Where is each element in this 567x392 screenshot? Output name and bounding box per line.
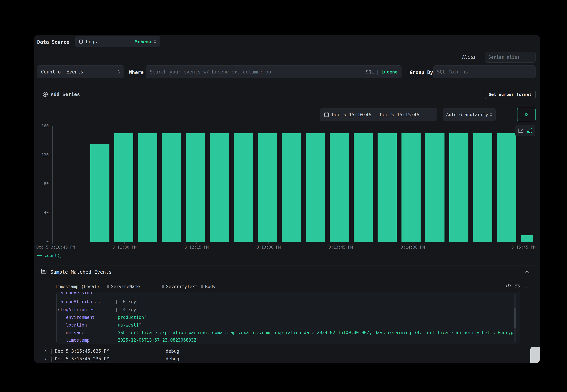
chart-bar bbox=[330, 133, 349, 242]
expand-chevron-icon[interactable]: › bbox=[44, 355, 47, 362]
x-tick bbox=[268, 242, 269, 244]
x-axis-label: Dec 5 3:10:45 PM bbox=[36, 245, 75, 250]
granularity-select[interactable]: Auto Granularity bbox=[443, 108, 496, 121]
quote-mark: " bbox=[115, 292, 118, 295]
x-axis-label: 3:12:15 PM bbox=[163, 245, 230, 250]
wrap-text-icon[interactable] bbox=[514, 283, 520, 288]
detail-string-value: production bbox=[118, 315, 144, 320]
chart-bar bbox=[210, 133, 229, 242]
detail-row[interactable]: ScopeAttributes{} 0 keys bbox=[56, 299, 520, 306]
collapse-section-chevron-up-icon[interactable] bbox=[525, 270, 529, 273]
data-source-select[interactable]: Logs Schema bbox=[75, 36, 160, 47]
legend-label: count() bbox=[44, 253, 62, 258]
events-section-title: Sample Matched Events bbox=[50, 269, 112, 275]
x-axis-label: 3:13:00 PM bbox=[235, 245, 302, 250]
event-row[interactable]: ›Dec 5 3:15:45.635 PMdebug bbox=[34, 348, 540, 355]
detail-row[interactable]: timestamp"2025-12-05T13:57:23.082306893Z… bbox=[56, 338, 520, 343]
chart-bar bbox=[114, 133, 133, 242]
x-tick bbox=[52, 242, 53, 244]
x-tick bbox=[341, 242, 341, 244]
event-timestamp: Dec 5 3:15:45.635 PM bbox=[55, 349, 109, 354]
search-input[interactable] bbox=[150, 69, 366, 75]
aggregation-select[interactable]: Count of Events bbox=[37, 65, 124, 78]
event-row[interactable]: ›Dec 5 3:15:45.235 PMdebug bbox=[34, 355, 540, 363]
detail-key: environment bbox=[66, 315, 95, 320]
group-by-label: Group By bbox=[410, 70, 433, 75]
add-series-button[interactable]: Add Series bbox=[43, 92, 80, 97]
detail-key: LogAttributes bbox=[61, 307, 95, 312]
column-header-label: ServiceName bbox=[111, 284, 140, 289]
quote-mark: " bbox=[115, 338, 118, 343]
y-axis-label: 40 bbox=[34, 210, 49, 215]
chart-legend: count() bbox=[37, 253, 62, 258]
calendar-icon bbox=[324, 112, 329, 117]
alias-input-box bbox=[485, 52, 536, 63]
detail-row[interactable]: environment"production" bbox=[56, 315, 520, 322]
granularity-value: Auto Granularity bbox=[446, 112, 488, 117]
alias-input[interactable] bbox=[488, 55, 532, 60]
column-header-body[interactable]: ⠿Body bbox=[201, 284, 216, 289]
detail-value: "production" bbox=[115, 315, 513, 320]
x-axis-line bbox=[52, 242, 536, 242]
x-axis-label: 3:14:30 PM bbox=[379, 245, 446, 250]
quote-mark: " bbox=[144, 315, 147, 320]
chart-type-toggle bbox=[515, 125, 535, 136]
where-label: Where bbox=[129, 70, 144, 75]
set-number-format-button[interactable]: Set number format bbox=[485, 90, 536, 99]
quote-mark: " bbox=[115, 330, 118, 335]
detail-value: "SSL certificate expiration warning, dom… bbox=[115, 330, 513, 335]
y-tick bbox=[50, 213, 52, 213]
x-tick bbox=[124, 242, 125, 244]
date-range-value: Dec 5 15:10:46 - Dec 5 15:15:46 bbox=[332, 112, 419, 117]
chart-bar bbox=[162, 133, 181, 242]
group-by-box bbox=[433, 65, 536, 78]
scroll-indicator[interactable] bbox=[530, 347, 540, 363]
bar-chart-icon[interactable] bbox=[527, 128, 532, 133]
run-query-button[interactable] bbox=[517, 108, 536, 121]
detail-row[interactable]: message"SSL certificate expiration warni… bbox=[56, 330, 520, 337]
caret-down-icon[interactable]: ▾ bbox=[57, 308, 59, 312]
y-axis-label: 120 bbox=[34, 153, 49, 157]
chart-bar bbox=[186, 133, 205, 242]
y-tick bbox=[50, 184, 52, 184]
quote-mark: " bbox=[115, 315, 118, 320]
drag-handle-icon[interactable]: ⠿ bbox=[201, 284, 203, 289]
event-severity: debug bbox=[166, 349, 179, 354]
download-icon[interactable] bbox=[523, 283, 529, 289]
column-header-timestamp-local-[interactable]: Timestamp (Local) bbox=[55, 284, 99, 289]
detail-value: "us-west1" bbox=[115, 322, 513, 328]
braces-icon: {} bbox=[115, 299, 120, 304]
schema-link[interactable]: Schema bbox=[135, 39, 151, 44]
lucene-mode-toggle[interactable]: Lucene bbox=[381, 69, 398, 74]
group-by-input[interactable] bbox=[437, 69, 532, 75]
detail-row[interactable]: ScopeVersion"" bbox=[56, 292, 520, 297]
detail-badge: 0 keys bbox=[120, 299, 139, 304]
detail-row[interactable]: ▾LogAttributes{} 4 keys bbox=[56, 307, 520, 314]
code-view-icon[interactable] bbox=[505, 283, 512, 288]
x-tick bbox=[413, 242, 413, 244]
quote-mark: " bbox=[196, 338, 199, 343]
database-icon bbox=[79, 39, 83, 44]
drag-handle-icon[interactable]: ⠿ bbox=[107, 284, 109, 289]
detail-key: message bbox=[66, 330, 84, 335]
drag-handle-icon[interactable]: ⠿ bbox=[162, 284, 164, 289]
quote-mark: " bbox=[115, 322, 118, 328]
chart-bar bbox=[354, 133, 373, 242]
column-header-servicename[interactable]: ⠿ServiceName bbox=[107, 284, 140, 289]
play-icon bbox=[524, 112, 529, 117]
date-range-picker[interactable]: Dec 5 15:10:46 - Dec 5 15:15:46 bbox=[320, 108, 437, 121]
detail-row[interactable]: location"us-west1" bbox=[56, 322, 520, 329]
column-header-label: Body bbox=[205, 284, 216, 289]
line-chart-icon[interactable] bbox=[518, 128, 524, 133]
column-header-severitytext[interactable]: ⠿SeverityText bbox=[162, 284, 197, 289]
expand-chevron-icon[interactable]: › bbox=[44, 348, 47, 354]
section-divider bbox=[37, 265, 536, 266]
sql-mode-toggle[interactable]: SQL bbox=[366, 69, 374, 74]
data-source-label: Data Source bbox=[37, 39, 69, 45]
event-detail-panel[interactable]: ScopeVersion""ScopeAttributes{} 0 keys▾L… bbox=[56, 292, 520, 343]
chevron-updown-icon bbox=[117, 69, 120, 74]
chart-bar bbox=[90, 144, 110, 242]
chart-bar bbox=[425, 133, 444, 242]
y-axis-label: 80 bbox=[34, 182, 49, 186]
chevron-updown-icon bbox=[490, 112, 492, 117]
